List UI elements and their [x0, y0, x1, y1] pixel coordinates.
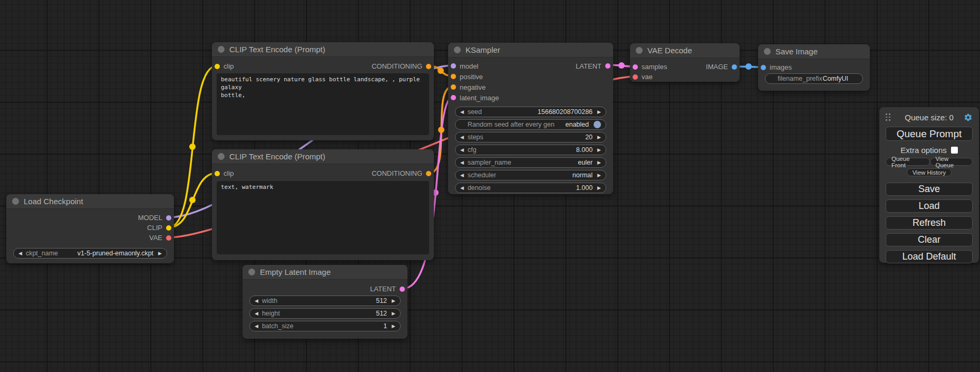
port-row: samples IMAGE — [630, 62, 740, 72]
node-collapse-dot-icon[interactable] — [636, 47, 643, 54]
node-collapse-dot-icon[interactable] — [218, 46, 225, 53]
filename-prefix-widget[interactable]: filename_prefix ComfyUI — [765, 73, 863, 84]
node-collapse-dot-icon[interactable] — [248, 269, 255, 275]
arrow-left-icon[interactable]: ◀ — [255, 299, 258, 303]
node-header[interactable]: CLIP Text Encode (Prompt) — [212, 42, 434, 57]
conditioning-output-port[interactable] — [426, 64, 431, 69]
clear-button[interactable]: Clear — [886, 233, 973, 246]
input-label: model — [460, 62, 478, 70]
toggle-enabled-icon[interactable] — [594, 121, 601, 128]
extra-options-checkbox[interactable] — [951, 147, 958, 154]
model-output-port[interactable] — [166, 215, 171, 221]
save-button[interactable]: Save — [886, 183, 973, 196]
widget-label: height — [262, 310, 280, 317]
node-header[interactable]: CLIP Text Encode (Prompt) — [212, 149, 434, 164]
prompt-textarea[interactable]: beautiful scenery nature glass bottle la… — [217, 73, 429, 135]
output-label: CONDITIONING — [372, 62, 422, 70]
conditioning-output-port[interactable] — [426, 171, 431, 176]
widget-value: v1-5-pruned-emaonly.ckpt — [77, 250, 153, 257]
random-seed-widget[interactable]: Random seed after every gen enabled — [455, 119, 606, 130]
width-widget[interactable]: ◀ width 512 ▶ — [249, 295, 401, 306]
node-save-image[interactable]: Save Image images filename_prefix ComfyU… — [758, 44, 870, 91]
wire-midpoint-dot — [618, 62, 625, 69]
node-clip-text-encode-negative[interactable]: CLIP Text Encode (Prompt) clip CONDITION… — [212, 149, 434, 260]
queue-prompt-button[interactable]: Queue Prompt — [886, 127, 973, 141]
node-load-checkpoint[interactable]: Load Checkpoint MODEL CLIP VAE ◀ ckpt_na… — [6, 194, 174, 263]
clip-input-port[interactable] — [215, 171, 220, 176]
output-label: VAE — [149, 234, 162, 242]
prompt-textarea[interactable]: text, watermark — [217, 181, 429, 254]
positive-input-port[interactable] — [451, 74, 456, 79]
queue-front-button[interactable]: Queue Front — [886, 158, 930, 166]
node-ksampler[interactable]: KSampler model LATENT positive negative … — [448, 43, 613, 194]
arrow-left-icon[interactable]: ◀ — [460, 110, 464, 115]
arrow-right-icon[interactable]: ▶ — [597, 186, 601, 190]
latent-output-port[interactable] — [605, 63, 610, 69]
arrow-right-icon[interactable]: ▶ — [392, 299, 395, 303]
denoise-widget[interactable]: ◀ denoise 1.000 ▶ — [455, 183, 606, 193]
ckpt-name-widget[interactable]: ◀ ckpt_name v1-5-pruned-emaonly.ckpt ▶ — [13, 248, 167, 259]
arrow-left-icon[interactable]: ◀ — [18, 251, 22, 256]
samples-input-port[interactable] — [633, 64, 638, 70]
load-button[interactable]: Load — [886, 199, 973, 213]
node-collapse-dot-icon[interactable] — [12, 198, 19, 205]
arrow-left-icon[interactable]: ◀ — [255, 311, 258, 316]
node-collapse-dot-icon[interactable] — [218, 153, 225, 160]
negative-input-port[interactable] — [451, 84, 456, 90]
load-default-button[interactable]: Load Default — [886, 250, 973, 263]
arrow-right-icon[interactable]: ▶ — [597, 110, 601, 115]
clip-input-port[interactable] — [215, 64, 220, 69]
arrow-left-icon[interactable]: ◀ — [460, 148, 464, 152]
vae-output-port[interactable] — [166, 235, 171, 241]
arrow-left-icon[interactable]: ◀ — [460, 173, 464, 178]
arrow-left-icon[interactable]: ◀ — [460, 135, 464, 140]
widget-value: 8.000 — [576, 146, 593, 154]
arrow-right-icon[interactable]: ▶ — [597, 173, 601, 178]
port-row: negative — [448, 82, 613, 92]
arrow-left-icon[interactable]: ◀ — [255, 324, 258, 329]
view-history-button[interactable]: View History — [907, 168, 952, 176]
node-collapse-dot-icon[interactable] — [454, 46, 461, 53]
clip-output-port[interactable] — [166, 225, 171, 231]
drag-handle-icon[interactable] — [886, 113, 890, 121]
node-header[interactable]: Load Checkpoint — [6, 194, 174, 209]
images-input-port[interactable] — [761, 65, 766, 70]
arrow-left-icon[interactable]: ◀ — [460, 160, 464, 165]
input-label: images — [770, 63, 792, 71]
node-header[interactable]: VAE Decode — [630, 43, 740, 58]
sampler-name-widget[interactable]: ◀ sampler_name euler ▶ — [455, 157, 606, 168]
input-label: samples — [642, 63, 667, 71]
gear-icon[interactable] — [964, 113, 973, 122]
refresh-button[interactable]: Refresh — [886, 216, 973, 230]
node-collapse-dot-icon[interactable] — [764, 48, 771, 55]
node-header[interactable]: KSampler — [448, 43, 613, 58]
arrow-right-icon[interactable]: ▶ — [392, 324, 395, 329]
output-label: CLIP — [147, 224, 162, 232]
arrow-right-icon[interactable]: ▶ — [392, 311, 395, 316]
output-row: LATENT — [242, 284, 407, 294]
node-header[interactable]: Save Image — [758, 44, 870, 59]
node-empty-latent-image[interactable]: Empty Latent Image LATENT ◀ width 512 ▶ … — [242, 265, 407, 339]
arrow-right-icon[interactable]: ▶ — [597, 160, 601, 165]
height-widget[interactable]: ◀ height 512 ▶ — [249, 308, 401, 319]
node-graph-canvas[interactable]: Load Checkpoint MODEL CLIP VAE ◀ ckpt_na… — [0, 0, 980, 372]
scheduler-widget[interactable]: ◀ scheduler normal ▶ — [455, 170, 606, 180]
output-row: MODEL — [6, 213, 174, 223]
latent-image-input-port[interactable] — [451, 95, 456, 100]
seed-widget[interactable]: ◀ seed 156680208700286 ▶ — [455, 107, 606, 117]
arrow-right-icon[interactable]: ▶ — [597, 135, 601, 140]
node-vae-decode[interactable]: VAE Decode samples IMAGE vae — [630, 43, 740, 82]
node-clip-text-encode-positive[interactable]: CLIP Text Encode (Prompt) clip CONDITION… — [212, 42, 434, 140]
arrow-right-icon[interactable]: ▶ — [597, 148, 601, 152]
steps-widget[interactable]: ◀ steps 20 ▶ — [455, 132, 606, 142]
arrow-right-icon[interactable]: ▶ — [158, 251, 162, 256]
latent-output-port[interactable] — [400, 287, 405, 292]
cfg-widget[interactable]: ◀ cfg 8.000 ▶ — [455, 145, 606, 155]
node-header[interactable]: Empty Latent Image — [242, 265, 407, 280]
image-output-port[interactable] — [732, 64, 737, 70]
model-input-port[interactable] — [451, 63, 456, 69]
view-queue-button[interactable]: View Queue — [930, 158, 973, 166]
vae-input-port[interactable] — [633, 74, 638, 80]
arrow-left-icon[interactable]: ◀ — [460, 186, 464, 190]
batch-size-widget[interactable]: ◀ batch_size 1 ▶ — [249, 321, 401, 331]
